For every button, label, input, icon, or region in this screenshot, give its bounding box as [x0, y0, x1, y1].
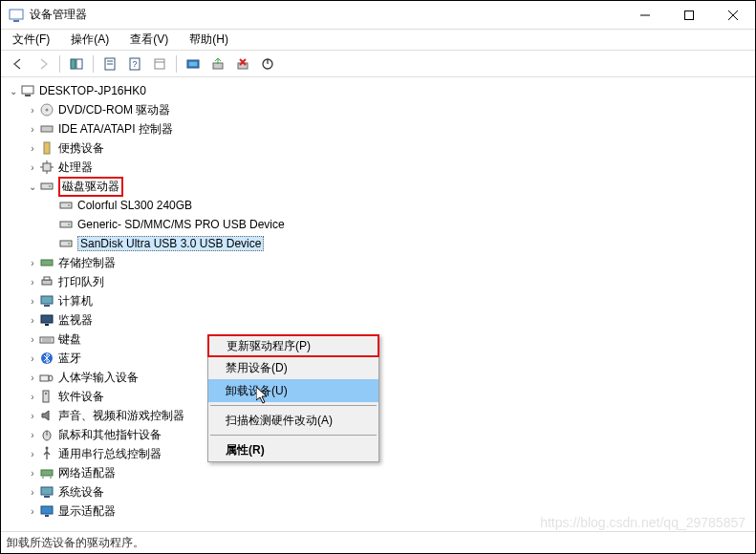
svg-rect-41	[44, 277, 50, 280]
storage-icon	[39, 255, 54, 270]
uninstall-button[interactable]	[231, 53, 254, 75]
expander-icon[interactable]: ›	[26, 315, 39, 326]
update-driver-button[interactable]	[206, 53, 229, 75]
expander-icon[interactable]: ›	[26, 277, 39, 288]
tree-item-print[interactable]: ›打印队列	[3, 272, 753, 291]
svg-rect-45	[45, 324, 49, 326]
tree-item-computer[interactable]: ›计算机	[3, 291, 753, 310]
close-button[interactable]	[711, 1, 755, 30]
expander-icon[interactable]: ›	[26, 468, 39, 479]
svg-rect-31	[41, 183, 53, 189]
scan-hardware-button[interactable]	[182, 53, 205, 75]
context-menu: 更新驱动程序(P) 禁用设备(D) 卸载设备(U) 扫描检测硬件改动(A) 属性…	[207, 334, 379, 462]
expander-icon[interactable]: ›	[26, 143, 39, 154]
svg-rect-20	[22, 86, 33, 94]
svg-rect-52	[43, 391, 49, 402]
expander-icon[interactable]: ›	[26, 105, 39, 116]
svg-rect-13	[155, 59, 164, 69]
ctx-uninstall-device[interactable]: 卸载设备(U)	[208, 379, 378, 402]
svg-rect-60	[41, 487, 53, 495]
tree-label: DESKTOP-JP16HK0	[39, 84, 146, 97]
tree-item-disk[interactable]: ⌄磁盘驱动器	[3, 177, 753, 196]
bluetooth-icon	[39, 351, 54, 366]
ctx-scan-hardware[interactable]: 扫描检测硬件改动(A)	[208, 409, 378, 432]
statusbar: 卸载所选设备的驱动程序。	[1, 532, 755, 553]
svg-rect-62	[41, 506, 53, 514]
menu-file[interactable]: 文件(F)	[9, 30, 54, 50]
tree-item-disk-child[interactable]: Colorful SL300 240GB	[3, 196, 753, 215]
tree-item-display[interactable]: ›显示适配器	[3, 501, 753, 521]
ctx-separator	[210, 405, 377, 406]
maximize-button[interactable]	[667, 1, 711, 30]
svg-rect-18	[238, 63, 248, 69]
tree-item-network[interactable]: ›网络适配器	[3, 463, 753, 482]
tree-item-system[interactable]: ›系统设备	[3, 482, 753, 501]
ctx-update-driver[interactable]: 更新驱动程序(P)	[207, 334, 379, 357]
tree-label: 便携设备	[58, 140, 104, 157]
svg-rect-16	[189, 62, 197, 66]
ctx-label: 扫描检测硬件改动(A)	[226, 413, 333, 429]
expander-icon[interactable]: ›	[26, 334, 39, 345]
tree-item-portable[interactable]: ›便携设备	[3, 138, 753, 158]
ctx-label: 卸载设备(U)	[226, 383, 288, 399]
show-hide-tree-button[interactable]	[65, 53, 88, 75]
expander-icon[interactable]: ›	[26, 373, 39, 383]
disable-button[interactable]	[256, 53, 279, 75]
tree-label: 显示适配器	[58, 503, 116, 520]
tree-item-ide[interactable]: ›IDE ATA/ATAPI 控制器	[3, 119, 753, 138]
action-button[interactable]	[148, 53, 171, 75]
toolbar: ?	[1, 51, 755, 77]
expander-icon[interactable]: ›	[26, 162, 39, 173]
svg-point-38	[68, 243, 70, 245]
tree-label: 系统设备	[58, 484, 104, 501]
tree-label: 计算机	[58, 293, 93, 309]
help-button[interactable]: ?	[123, 53, 146, 75]
drive-icon	[58, 198, 74, 213]
printer-icon	[39, 274, 54, 289]
tree-item-cpu[interactable]: ›处理器	[3, 158, 753, 177]
software-icon	[39, 389, 54, 404]
window-controls	[623, 1, 755, 30]
menu-action[interactable]: 操作(A)	[67, 30, 113, 50]
expander-icon[interactable]: ›	[26, 124, 39, 135]
svg-rect-6	[71, 59, 76, 69]
expander-icon[interactable]: ⌄	[26, 181, 39, 192]
menu-help[interactable]: 帮助(H)	[185, 30, 232, 50]
menu-view[interactable]: 查看(V)	[126, 30, 172, 50]
expander-icon[interactable]: ›	[26, 411, 39, 421]
expander-icon[interactable]: ›	[26, 258, 39, 268]
expander-icon[interactable]: ›	[26, 353, 39, 364]
svg-rect-43	[44, 305, 50, 307]
svg-point-32	[49, 185, 51, 187]
expander-icon[interactable]: ›	[26, 296, 39, 307]
forward-button[interactable]	[32, 53, 54, 75]
expander-icon[interactable]: ›	[26, 392, 39, 402]
window-title: 设备管理器	[30, 7, 623, 23]
ctx-properties[interactable]: 属性(R)	[208, 438, 378, 461]
expander-icon[interactable]: ›	[26, 449, 39, 459]
properties-button[interactable]	[98, 53, 121, 75]
tree-item-storage[interactable]: ›存储控制器	[3, 253, 753, 272]
tree-item-dvd[interactable]: ›DVD/CD-ROM 驱动器	[3, 100, 753, 119]
expander-icon[interactable]: ›	[26, 506, 39, 517]
network-icon	[39, 465, 54, 480]
expander-icon[interactable]: ›	[26, 430, 39, 440]
minimize-button[interactable]	[623, 1, 667, 30]
titlebar[interactable]: 设备管理器	[1, 1, 755, 30]
ctx-disable-device[interactable]: 禁用设备(D)	[208, 356, 378, 379]
expander-icon[interactable]: ⌄	[7, 86, 20, 96]
tree-label: 软件设备	[58, 389, 104, 405]
tree-content[interactable]: ⌄ DESKTOP-JP16HK0 ›DVD/CD-ROM 驱动器 ›IDE A…	[1, 77, 755, 532]
svg-rect-42	[41, 296, 53, 304]
drive-icon	[39, 179, 54, 194]
svg-rect-21	[25, 95, 31, 96]
back-button[interactable]	[7, 53, 30, 75]
usb-icon	[39, 446, 54, 461]
expander-icon[interactable]: ›	[26, 487, 39, 498]
tree-item-monitor[interactable]: ›监视器	[3, 310, 753, 330]
svg-rect-46	[40, 337, 54, 343]
tree-item-disk-child[interactable]: Generic- SD/MMC/MS PRO USB Device	[3, 215, 753, 234]
cpu-icon	[39, 160, 54, 175]
tree-item-disk-child-selected[interactable]: SanDisk Ultra USB 3.0 USB Device	[3, 234, 753, 253]
tree-root[interactable]: ⌄ DESKTOP-JP16HK0	[3, 81, 753, 100]
